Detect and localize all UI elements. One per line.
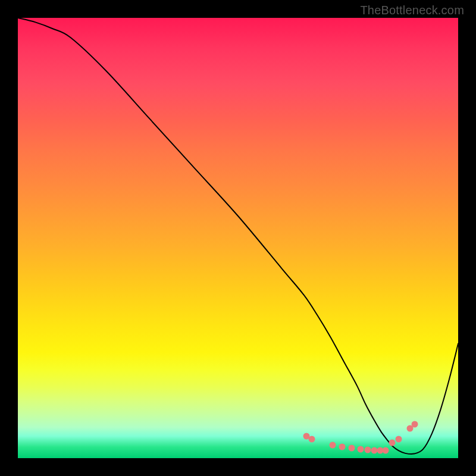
highlight-dot [412, 421, 418, 428]
highlight-dot [357, 446, 364, 453]
attribution-label: TheBottleneck.com [360, 4, 464, 17]
highlight-dot [389, 440, 396, 446]
highlight-dot [339, 443, 346, 450]
highlight-dot [396, 436, 402, 443]
bottleneck-curve [18, 18, 458, 454]
highlight-dot [348, 444, 355, 451]
curve-layer [18, 18, 458, 458]
highlight-dot [382, 447, 389, 454]
highlight-dot [330, 441, 336, 448]
highlight-dot [365, 447, 371, 453]
highlight-dot [309, 436, 315, 443]
